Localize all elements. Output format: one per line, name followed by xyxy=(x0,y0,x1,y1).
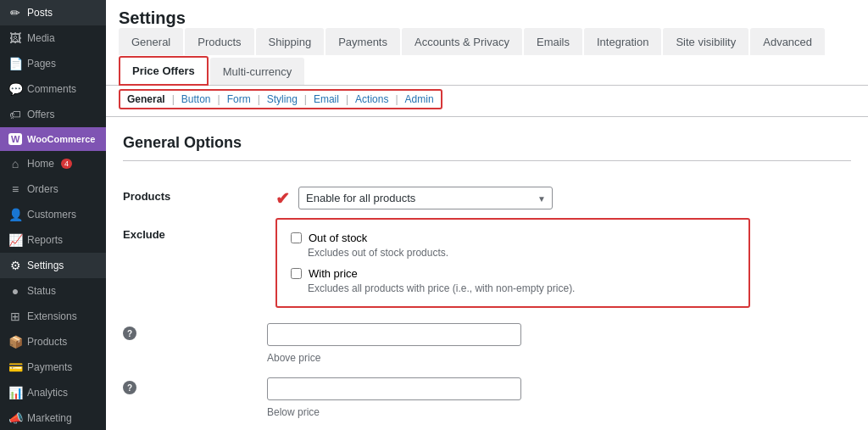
tab-accounts-privacy[interactable]: Accounts & Privacy xyxy=(402,28,522,55)
exclude-with-price: With price Excludes all products with pr… xyxy=(291,267,735,294)
tab-general[interactable]: General xyxy=(119,28,183,55)
below-price-control: Below price xyxy=(267,377,521,418)
sidebar-item-pages[interactable]: 📄 Pages xyxy=(0,51,106,76)
media-icon: 🖼 xyxy=(8,31,22,45)
extensions-icon: ⊞ xyxy=(8,310,22,323)
payments-icon: 💳 xyxy=(8,360,22,374)
sub-tab-general[interactable]: General xyxy=(120,91,172,108)
page-title: Settings xyxy=(119,8,186,27)
tab-payments[interactable]: Payments xyxy=(326,28,400,55)
below-price-help-icon[interactable]: ? xyxy=(123,381,136,394)
tab-shipping[interactable]: Shipping xyxy=(256,28,325,55)
products-label: Products xyxy=(123,187,259,203)
products-icon: 📦 xyxy=(8,335,22,349)
reports-icon: 📈 xyxy=(8,233,22,247)
products-select-wrapper: Enable for all products Disable for all … xyxy=(298,187,553,209)
below-price-input[interactable] xyxy=(267,377,521,400)
sidebar-item-comments[interactable]: 💬 Comments xyxy=(0,76,106,102)
main-content: Settings General Products Shipping Payme… xyxy=(106,0,868,430)
tab-integration[interactable]: Integration xyxy=(584,28,661,55)
with-price-checkbox[interactable] xyxy=(291,268,302,279)
sub-tab-actions[interactable]: Actions xyxy=(348,91,395,108)
content-title: General Options xyxy=(123,134,851,161)
exclude-out-of-stock: Out of stock Excludes out of stock produ… xyxy=(291,232,735,259)
woocommerce-icon: W xyxy=(8,133,22,145)
sidebar-item-marketing[interactable]: 📣 Marketing xyxy=(0,405,106,430)
sidebar-item-woocommerce[interactable]: W WooCommerce xyxy=(0,127,106,151)
sidebar-item-offers[interactable]: 🏷 Offers xyxy=(0,102,106,127)
products-select[interactable]: Enable for all products Disable for all … xyxy=(298,187,553,209)
tab-advanced[interactable]: Advanced xyxy=(750,28,825,55)
above-price-help-icon[interactable]: ? xyxy=(123,327,136,340)
tab-price-offers[interactable]: Price Offers xyxy=(119,56,209,86)
sidebar-item-media[interactable]: 🖼 Media xyxy=(0,25,106,51)
sub-tabs-bar: General | Button | Form | Styling | Emai… xyxy=(106,86,868,117)
sub-tab-admin[interactable]: Admin xyxy=(398,91,441,108)
orders-icon: ≡ xyxy=(8,182,22,196)
exclude-row: Exclude Out of stock Excludes out of sto… xyxy=(123,218,851,308)
sidebar-item-orders[interactable]: ≡ Orders xyxy=(0,176,106,202)
sidebar-item-analytics[interactable]: 📊 Analytics xyxy=(0,380,106,405)
products-settings-row: Products ✔ Enable for all products Disab… xyxy=(123,178,851,218)
sidebar-item-settings[interactable]: ⚙ Settings xyxy=(0,253,106,278)
analytics-icon: 📊 xyxy=(8,386,22,399)
tab-multi-currency[interactable]: Multi-currency xyxy=(210,58,305,85)
above-price-label: Above price xyxy=(267,352,521,364)
pages-icon: 📄 xyxy=(8,57,22,70)
out-of-stock-check-row: Out of stock xyxy=(291,232,735,244)
exclude-box: Out of stock Excludes out of stock produ… xyxy=(275,218,750,308)
page-header: Settings xyxy=(106,0,868,28)
tab-emails[interactable]: Emails xyxy=(524,28,582,55)
sub-tab-button[interactable]: Button xyxy=(175,91,218,108)
sidebar-item-posts[interactable]: ✏ Posts xyxy=(0,0,106,25)
above-price-input[interactable] xyxy=(267,323,521,346)
home-badge: 4 xyxy=(61,159,72,169)
with-price-check-row: With price xyxy=(291,267,735,280)
comments-icon: 💬 xyxy=(8,82,22,96)
sub-tab-container: General | Button | Form | Styling | Emai… xyxy=(119,89,442,109)
status-icon: ● xyxy=(8,284,22,298)
marketing-icon: 📣 xyxy=(8,411,22,425)
sub-tab-form[interactable]: Form xyxy=(220,91,258,108)
tab-site-visibility[interactable]: Site visibility xyxy=(663,28,748,55)
below-price-row: ? Below price xyxy=(123,371,851,425)
sub-tab-email[interactable]: Email xyxy=(307,91,346,108)
products-control: ✔ Enable for all products Disable for al… xyxy=(275,187,851,209)
sidebar-item-products[interactable]: 📦 Products xyxy=(0,329,106,355)
with-price-label: With price xyxy=(309,267,358,280)
offers-icon: 🏷 xyxy=(8,108,22,121)
exclude-label: Exclude xyxy=(123,218,259,241)
customers-icon: 👤 xyxy=(8,208,22,221)
out-of-stock-label: Out of stock xyxy=(309,232,367,244)
sidebar-item-reports[interactable]: 📈 Reports xyxy=(0,227,106,253)
tab-products[interactable]: Products xyxy=(185,28,253,55)
settings-icon: ⚙ xyxy=(8,259,22,272)
home-icon: ⌂ xyxy=(8,157,22,170)
sub-tab-styling[interactable]: Styling xyxy=(260,91,304,108)
sidebar-item-home[interactable]: ⌂ Home 4 xyxy=(0,151,106,176)
out-of-stock-checkbox[interactable] xyxy=(291,232,302,243)
with-price-description: Excludes all products with price (i.e., … xyxy=(308,282,735,294)
checkmark-icon: ✔ xyxy=(275,188,290,209)
sidebar: ✏ Posts 🖼 Media 📄 Pages 💬 Comments 🏷 Off… xyxy=(0,0,106,430)
above-price-row: ? Above price xyxy=(123,316,851,371)
top-tabs: General Products Shipping Payments Accou… xyxy=(106,28,868,86)
sidebar-item-payments[interactable]: 💳 Payments xyxy=(0,355,106,380)
sidebar-item-status[interactable]: ● Status xyxy=(0,278,106,304)
out-of-stock-description: Excludes out of stock products. xyxy=(308,247,735,259)
content-area: General Options Products ✔ Enable for al… xyxy=(106,117,868,430)
posts-icon: ✏ xyxy=(8,6,22,20)
sidebar-item-extensions[interactable]: ⊞ Extensions xyxy=(0,304,106,329)
above-price-control: Above price xyxy=(267,323,521,364)
below-price-label: Below price xyxy=(267,406,521,418)
sidebar-item-customers[interactable]: 👤 Customers xyxy=(0,202,106,227)
products-row: ✔ Enable for all products Disable for al… xyxy=(275,187,851,209)
